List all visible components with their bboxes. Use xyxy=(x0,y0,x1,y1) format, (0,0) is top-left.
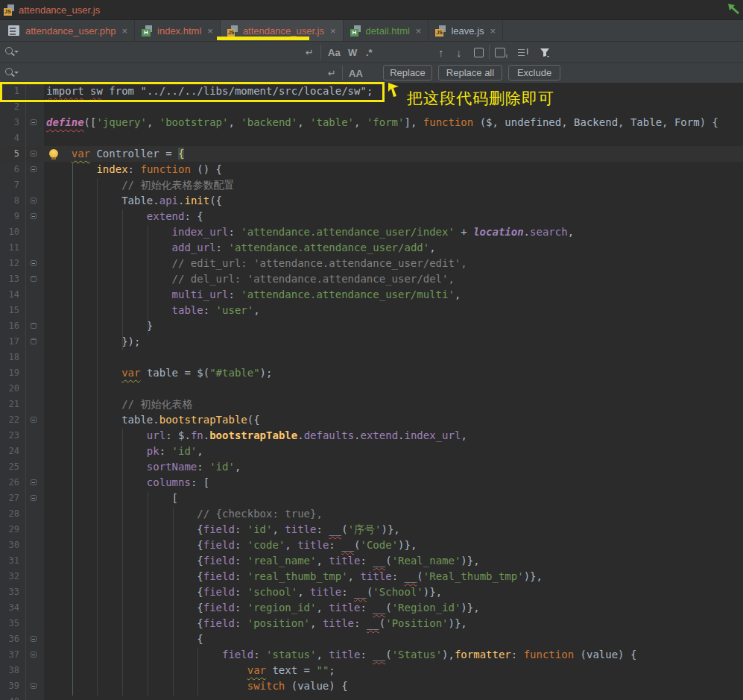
fold-collapse-icon[interactable] xyxy=(31,198,37,204)
close-icon[interactable]: × xyxy=(207,25,213,37)
code-line-19[interactable]: 19 var table = $("#table"); xyxy=(0,365,743,381)
previous-occurrence-icon[interactable]: ↑ xyxy=(438,42,444,63)
filter-icon[interactable] xyxy=(540,42,550,63)
code-line-14[interactable]: 14 multi_url: 'attendance.attendance_use… xyxy=(0,287,743,303)
tab-leave.js[interactable]: leave.js× xyxy=(429,20,503,41)
preserve-case-toggle[interactable]: AA xyxy=(349,63,363,83)
code-text[interactable]: define(['jquery', 'bootstrap', 'backend'… xyxy=(44,115,743,130)
code-line-10[interactable]: 10 index_url: 'attendance.attendance_use… xyxy=(0,224,743,240)
replace-input[interactable] xyxy=(21,64,300,82)
code-text[interactable]: var text = ""; xyxy=(44,663,743,678)
code-text[interactable]: columns: [ xyxy=(44,475,743,491)
tab-index.html[interactable]: index.html× xyxy=(135,20,221,41)
code-line-31[interactable]: 31 {field: 'real_name', title: __('Real_… xyxy=(0,553,743,569)
code-text[interactable]: var table = $("#table"); xyxy=(44,365,743,381)
code-line-13[interactable]: 13 // del_url: 'attendance.attendance_us… xyxy=(0,271,743,287)
code-line-27[interactable]: 27 [ xyxy=(0,491,743,506)
code-line-24[interactable]: 24 pk: 'id', xyxy=(0,444,743,459)
code-line-15[interactable]: 15 table: 'user', xyxy=(0,303,743,318)
code-text[interactable]: url: $.fn.bootstrapTable.defaults.extend… xyxy=(44,428,743,444)
code-line-1[interactable]: 1import sw from "../../../libs/moment/sr… xyxy=(0,83,743,99)
code-line-38[interactable]: 38 var text = ""; xyxy=(0,663,743,678)
code-text[interactable]: // 初始化表格 xyxy=(44,397,743,412)
fold-collapse-icon[interactable] xyxy=(31,260,37,266)
exclude-button[interactable]: Exclude xyxy=(508,65,560,81)
code-line-18[interactable]: 18 xyxy=(0,350,743,365)
code-text[interactable]: table.bootstrapTable({ xyxy=(44,412,743,428)
code-text[interactable]: Table.api.init({ xyxy=(44,193,743,209)
open-in-find-window-icon[interactable] xyxy=(474,42,484,63)
code-line-40[interactable]: 40 xyxy=(0,694,743,700)
code-line-37[interactable]: 37 field: 'status', title: __('Status'),… xyxy=(0,647,743,663)
code-line-36[interactable]: 36 { xyxy=(0,631,743,647)
code-line-35[interactable]: 35 {field: 'position', title: __('Positi… xyxy=(0,616,743,631)
newline-icon[interactable]: ↵ xyxy=(328,63,336,83)
words-toggle[interactable]: W xyxy=(348,42,357,63)
fold-collapse-icon[interactable] xyxy=(31,683,37,689)
fold-end-icon[interactable] xyxy=(31,323,37,329)
newline-icon[interactable]: ↵ xyxy=(306,42,314,63)
code-text[interactable] xyxy=(44,694,743,700)
code-line-26[interactable]: 26 columns: [ xyxy=(0,475,743,491)
fold-collapse-icon[interactable] xyxy=(31,479,37,485)
code-text[interactable]: pk: 'id', xyxy=(44,444,743,459)
close-icon[interactable]: × xyxy=(330,25,336,37)
code-text[interactable]: switch (value) { xyxy=(44,678,743,694)
code-text[interactable]: {field: 'region_id', title: __('Region_i… xyxy=(44,600,743,616)
close-icon[interactable]: × xyxy=(490,25,496,37)
match-case-toggle[interactable]: Aa xyxy=(328,42,341,63)
next-occurrence-icon[interactable]: ↓ xyxy=(456,42,462,63)
navigate-up-icon[interactable] xyxy=(725,1,742,18)
regex-toggle[interactable]: .* xyxy=(366,42,373,63)
code-line-25[interactable]: 25 sortName: 'id', xyxy=(0,459,743,475)
code-line-16[interactable]: 16 } xyxy=(0,318,743,334)
replace-all-button[interactable]: Replace all xyxy=(438,65,502,81)
code-line-2[interactable]: 2 xyxy=(0,99,743,115)
code-text[interactable]: {field: 'school', title: __('School')}, xyxy=(44,584,743,600)
code-line-30[interactable]: 30 {field: 'code', title: __('Code')}, xyxy=(0,537,743,553)
fold-collapse-icon[interactable] xyxy=(31,495,37,501)
fold-collapse-icon[interactable] xyxy=(31,417,37,423)
code-text[interactable]: table: 'user', xyxy=(44,303,743,318)
tab-detail.html[interactable]: detail.html× xyxy=(344,20,429,41)
code-line-9[interactable]: 9 extend: { xyxy=(0,209,743,224)
code-text[interactable]: {field: 'real_name', title: __('Real_nam… xyxy=(44,553,743,569)
code-text[interactable]: multi_url: 'attendance.attendance_user/m… xyxy=(44,287,743,303)
code-text[interactable]: // del_url: 'attendance.attendance_user/… xyxy=(44,271,743,287)
fold-end-icon[interactable] xyxy=(31,338,37,344)
fold-collapse-icon[interactable] xyxy=(31,166,37,172)
code-text[interactable]: { xyxy=(44,631,743,647)
code-text[interactable]: // 初始化表格参数配置 xyxy=(44,177,743,193)
code-text[interactable]: {field: 'id', title: __('序号')}, xyxy=(44,522,743,537)
code-text[interactable]: sortName: 'id', xyxy=(44,459,743,475)
search-icon[interactable] xyxy=(5,68,17,78)
code-line-28[interactable]: 28 // {checkbox: true}, xyxy=(0,506,743,522)
code-text[interactable]: [ xyxy=(44,491,743,506)
code-line-7[interactable]: 7 // 初始化表格参数配置 xyxy=(0,177,743,193)
code-text[interactable]: extend: { xyxy=(44,209,743,224)
code-text[interactable]: field: 'status', title: __('Status'),for… xyxy=(44,647,743,663)
replace-button[interactable]: Replace xyxy=(383,65,432,81)
code-text[interactable]: } xyxy=(44,318,743,334)
close-icon[interactable]: × xyxy=(121,25,127,37)
code-text[interactable]: var Controller = { xyxy=(44,146,743,162)
fold-collapse-icon[interactable] xyxy=(31,213,37,219)
intention-bulb-icon[interactable] xyxy=(49,149,58,158)
code-line-33[interactable]: 33 {field: 'school', title: __('School')… xyxy=(0,584,743,600)
code-line-34[interactable]: 34 {field: 'region_id', title: __('Regio… xyxy=(0,600,743,616)
find-in-selection-icon[interactable] xyxy=(495,42,505,63)
code-line-32[interactable]: 32 {field: 'real_thumb_tmp', title: __('… xyxy=(0,569,743,584)
code-line-21[interactable]: 21 // 初始化表格 xyxy=(0,397,743,412)
code-line-20[interactable]: 20 xyxy=(0,381,743,397)
code-line-12[interactable]: 12 // edit_url: 'attendance.attendance_u… xyxy=(0,256,743,271)
code-line-6[interactable]: 6 index: function () { xyxy=(0,162,743,177)
code-text[interactable] xyxy=(44,381,743,397)
code-text[interactable]: index: function () { xyxy=(44,162,743,177)
code-line-4[interactable]: 4 xyxy=(0,130,743,146)
code-text[interactable]: index_url: 'attendance.attendance_user/i… xyxy=(44,224,743,240)
close-icon[interactable]: × xyxy=(416,25,422,37)
fold-end-icon[interactable] xyxy=(31,276,37,282)
fold-collapse-icon[interactable] xyxy=(31,636,37,642)
code-line-22[interactable]: 22 table.bootstrapTable({ xyxy=(0,412,743,428)
code-text[interactable]: {field: 'code', title: __('Code')}, xyxy=(44,537,743,553)
